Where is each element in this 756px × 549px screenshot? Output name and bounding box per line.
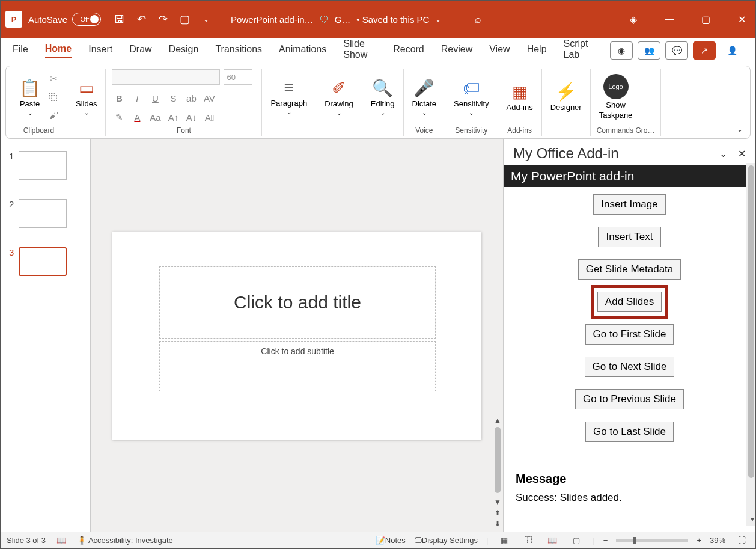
tab-record[interactable]: Record bbox=[393, 44, 424, 57]
redo-icon[interactable]: ↷ bbox=[156, 13, 169, 26]
scroll-down-icon[interactable]: ▾ bbox=[751, 515, 754, 523]
tab-design[interactable]: Design bbox=[169, 44, 199, 57]
font-size-input[interactable]: 60 bbox=[224, 69, 252, 85]
tab-animations[interactable]: Animations bbox=[279, 44, 326, 57]
spacing-icon[interactable]: AV bbox=[202, 91, 216, 105]
thumb-row[interactable]: 1 bbox=[1, 149, 90, 197]
document-name[interactable]: PowerPoint add-in… bbox=[231, 14, 314, 25]
qat-more-icon[interactable]: ⌄ bbox=[200, 13, 213, 26]
close-button[interactable]: ✕ bbox=[733, 10, 751, 28]
next-slide-icon[interactable]: ⬇ bbox=[495, 520, 501, 528]
chevron-down-icon[interactable]: ⌄ bbox=[435, 15, 441, 23]
autosave-toggle[interactable]: Off bbox=[72, 13, 101, 26]
slide[interactable]: Click to add title Click to add subtitle bbox=[112, 232, 481, 440]
tab-transitions[interactable]: Transitions bbox=[215, 44, 262, 57]
collapse-ribbon-icon[interactable]: ⌄ bbox=[737, 125, 743, 133]
tab-view[interactable]: View bbox=[489, 44, 510, 57]
grow-font-icon[interactable]: A↑ bbox=[166, 110, 180, 124]
sensitivity-button[interactable]: 🏷Sensitivity⌄ bbox=[451, 77, 492, 117]
goto-first-button[interactable]: Go to First Slide bbox=[585, 324, 674, 345]
tab-review[interactable]: Review bbox=[441, 44, 472, 57]
comments-button[interactable]: 💬 bbox=[665, 41, 688, 60]
addins-button[interactable]: ▦Add-ins bbox=[504, 81, 535, 113]
underline-icon[interactable]: U bbox=[148, 91, 162, 105]
save-icon[interactable]: 🖫 bbox=[113, 13, 126, 26]
zoom-out-icon[interactable]: − bbox=[603, 536, 608, 545]
scroll-down-icon[interactable]: ▼ bbox=[494, 498, 501, 506]
insert-image-button[interactable]: Insert Image bbox=[593, 194, 666, 215]
slideshow-view-icon[interactable]: ▢ bbox=[569, 535, 584, 547]
dictate-button[interactable]: 🎤Dictate⌄ bbox=[410, 77, 439, 117]
taskpane-menu-icon[interactable]: ⌄ bbox=[719, 148, 727, 159]
display-settings-button[interactable]: 🖵Display Settings bbox=[414, 536, 478, 545]
slide-count[interactable]: Slide 3 of 3 bbox=[7, 536, 46, 545]
paragraph-button[interactable]: ≡Paragraph⌄ bbox=[268, 77, 309, 117]
copy-icon[interactable]: ⿻ bbox=[46, 90, 61, 104]
normal-view-icon[interactable]: ▦ bbox=[496, 535, 512, 547]
add-slides-button[interactable]: Add Slides bbox=[597, 292, 662, 312]
vertical-scrollbar[interactable]: ▲ ▼ ⬆ ⬇ bbox=[492, 139, 503, 532]
profile-short[interactable]: G… bbox=[335, 14, 351, 25]
fit-window-icon[interactable]: ⛶ bbox=[734, 535, 749, 547]
tab-draw[interactable]: Draw bbox=[129, 44, 151, 57]
taskpane-close-icon[interactable]: ✕ bbox=[738, 148, 746, 159]
change-case-icon[interactable]: Aa bbox=[148, 110, 162, 124]
italic-icon[interactable]: I bbox=[130, 91, 144, 105]
goto-prev-button[interactable]: Go to Previous Slide bbox=[575, 389, 684, 409]
scrollbar-thumb[interactable] bbox=[495, 427, 501, 493]
subtitle-placeholder[interactable]: Click to add subtitle bbox=[159, 341, 436, 391]
thumb-row[interactable]: 3 bbox=[1, 245, 90, 293]
autosave[interactable]: AutoSave Off bbox=[28, 13, 101, 26]
zoom-in-icon[interactable]: + bbox=[697, 536, 701, 545]
undo-icon[interactable]: ↶ bbox=[135, 13, 148, 26]
tab-insert[interactable]: Insert bbox=[88, 44, 112, 57]
slide-thumbnail[interactable] bbox=[19, 151, 67, 180]
tab-scriptlab[interactable]: Script Lab bbox=[564, 38, 593, 63]
spellcheck-icon[interactable]: 📖 bbox=[56, 536, 66, 545]
zoom-level[interactable]: 39% bbox=[710, 536, 725, 545]
cut-icon[interactable]: ✂ bbox=[46, 72, 61, 86]
maximize-button[interactable]: ▢ bbox=[697, 10, 715, 28]
slide-thumbnail[interactable] bbox=[19, 199, 67, 228]
paste-button[interactable]: 📋Paste⌄ bbox=[17, 77, 43, 117]
person-button[interactable]: 👤 bbox=[721, 41, 743, 60]
font-name-input[interactable] bbox=[112, 69, 220, 85]
tab-home[interactable]: Home bbox=[45, 43, 72, 58]
show-taskpane-button[interactable]: LogoShowTaskpane bbox=[597, 73, 635, 121]
editing-button[interactable]: 🔍Editing⌄ bbox=[368, 77, 397, 117]
slide-thumbnail[interactable] bbox=[19, 247, 67, 276]
highlight-icon[interactable]: ✎ bbox=[112, 110, 126, 124]
strike-icon[interactable]: ab bbox=[184, 91, 198, 105]
slides-button[interactable]: ▭Slides⌄ bbox=[73, 77, 99, 117]
shrink-font-icon[interactable]: A↓ bbox=[184, 110, 198, 124]
drawing-button[interactable]: ✐Drawing⌄ bbox=[322, 77, 356, 117]
thumb-row[interactable]: 2 bbox=[1, 197, 90, 245]
accessibility-status[interactable]: 🧍 Accessibility: Investigate bbox=[77, 536, 173, 545]
save-status[interactable]: • Saved to this PC bbox=[356, 14, 429, 25]
minimize-button[interactable]: ― bbox=[660, 10, 678, 28]
search-icon[interactable]: ⌕ bbox=[471, 13, 484, 26]
camera-button[interactable]: ◉ bbox=[610, 41, 633, 60]
prev-slide-icon[interactable]: ⬆ bbox=[495, 509, 501, 517]
sorter-view-icon[interactable]: ⿲ bbox=[520, 535, 536, 547]
teams-button[interactable]: 👥 bbox=[638, 41, 660, 60]
scrollbar-thumb[interactable] bbox=[748, 165, 754, 478]
diamond-icon[interactable]: ◈ bbox=[624, 10, 642, 28]
goto-next-button[interactable]: Go to Next Slide bbox=[585, 357, 675, 377]
format-painter-icon[interactable]: 🖌 bbox=[46, 108, 61, 122]
zoom-slider[interactable] bbox=[616, 539, 688, 542]
goto-last-button[interactable]: Go to Last Slide bbox=[585, 422, 674, 442]
taskpane-scrollbar[interactable]: ▾ bbox=[746, 163, 755, 526]
designer-button[interactable]: ⚡Designer bbox=[548, 81, 584, 113]
get-metadata-button[interactable]: Get Slide Metadata bbox=[578, 259, 681, 280]
tab-help[interactable]: Help bbox=[527, 44, 547, 57]
font-color-icon[interactable]: A bbox=[130, 110, 144, 124]
tab-slideshow[interactable]: Slide Show bbox=[343, 38, 376, 63]
clear-format-icon[interactable]: A⃠ bbox=[202, 110, 216, 124]
present-icon[interactable]: ▢ bbox=[178, 13, 191, 26]
bold-icon[interactable]: B bbox=[112, 91, 126, 105]
scroll-up-icon[interactable]: ▲ bbox=[494, 416, 501, 425]
notes-button[interactable]: 📝Notes bbox=[376, 536, 406, 545]
share-button[interactable]: ↗ bbox=[693, 41, 716, 60]
shadow-icon[interactable]: S bbox=[166, 91, 180, 105]
